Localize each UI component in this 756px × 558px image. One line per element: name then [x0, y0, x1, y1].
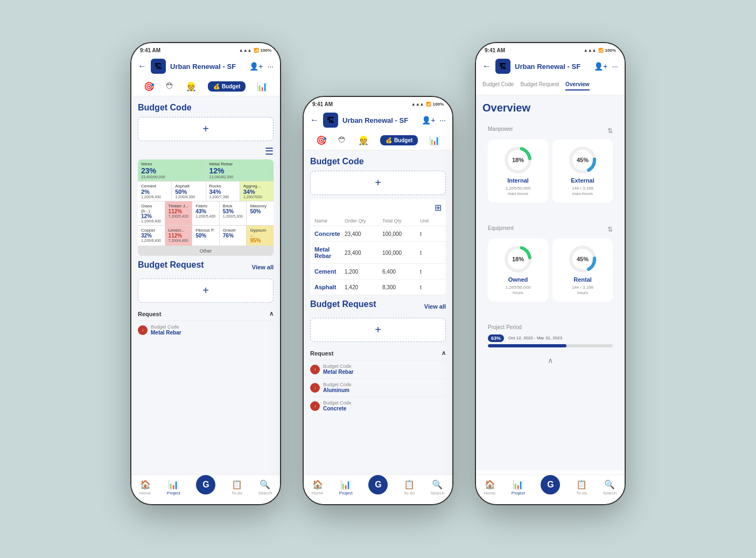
status-icons-left: ▲▲▲ 📶 100%: [239, 48, 271, 53]
tab-budget-request-right[interactable]: Budget Request: [520, 81, 559, 90]
nav-g-center[interactable]: G: [368, 479, 388, 496]
nav-project-left[interactable]: 📊 Project: [167, 479, 180, 496]
tab-safety-center[interactable]: ⛑: [338, 135, 347, 145]
request-item-3-center[interactable]: ↓ Budget Code Concrete: [310, 396, 446, 415]
nav-search-center[interactable]: 🔍 Search: [431, 479, 444, 496]
collapse-icon-left[interactable]: ∧: [269, 310, 274, 317]
treemap-cell-glass[interactable]: Glass (b...) 12% 1,200/6,400: [138, 201, 165, 225]
overview-title: Overview: [482, 102, 618, 114]
wires-val: 23,400/90,000: [141, 175, 202, 179]
person-add-icon-right[interactable]: 👤+: [594, 62, 607, 71]
back-button-right[interactable]: ←: [482, 61, 491, 71]
more-icon-left[interactable]: ···: [267, 62, 274, 71]
treemap-cell-aggreg[interactable]: Aggreg... 34% 1,200/7000: [240, 182, 274, 201]
nav-home-right[interactable]: 🏠 Home: [484, 479, 495, 496]
treemap-cell-brick[interactable]: Brick 53% 1,200/5,300: [220, 201, 247, 225]
nav-todo-left[interactable]: 📋 To-do: [232, 479, 242, 496]
nav-g-right[interactable]: G: [541, 479, 560, 496]
add-request-btn-left[interactable]: +: [138, 278, 274, 303]
person-add-icon-left[interactable]: 👤+: [249, 62, 263, 71]
treemap-cell-fibrous[interactable]: Fibrous P. 50%: [192, 226, 219, 246]
person-add-icon-center[interactable]: 👤+: [422, 116, 435, 124]
tab-team-center[interactable]: 👷: [358, 135, 369, 145]
g-button-left[interactable]: G: [196, 475, 215, 494]
treemap-cell-masonry[interactable]: Masonry 50%: [247, 201, 274, 225]
nav-search-right[interactable]: 🔍 Search: [603, 479, 617, 496]
tab-chart-center[interactable]: 📊: [429, 135, 440, 145]
request-item-1-center[interactable]: ↓ Budget Code Metal Rebar: [310, 360, 446, 378]
back-button-center[interactable]: ←: [310, 115, 319, 125]
request-item-2-center[interactable]: ↓ Budget Code Aluminum: [310, 378, 446, 396]
view-all-left[interactable]: View all: [252, 264, 274, 270]
sort-icon-manpower[interactable]: ⇅: [607, 127, 613, 135]
battery-icon-center: 100%: [433, 102, 444, 107]
nav-project-right[interactable]: 📊 Project: [512, 479, 525, 496]
add-request-btn-center[interactable]: +: [310, 318, 446, 342]
more-icon-center[interactable]: ···: [439, 116, 446, 124]
nav-project-center[interactable]: 📊 Project: [339, 479, 353, 496]
treemap-cell-fabric[interactable]: Fabric 43% 1,200/5,400: [192, 201, 219, 225]
treemap-cell-gravel[interactable]: Gravel 76%: [220, 226, 247, 246]
treemap-cell-rocks[interactable]: Rocks 34% 1,200/7,380: [206, 182, 240, 201]
header-actions-center: 👤+ ···: [422, 116, 446, 124]
treemap-row-1: Wires 23% 23,400/90,000 Metal Rebar 12% …: [138, 159, 274, 181]
treemap-cell-cement[interactable]: Cement 2% 1,200/6,400: [138, 182, 171, 201]
nav-todo-right[interactable]: 📋 To-do: [576, 479, 587, 496]
metalrebar-pct: 12%: [209, 166, 271, 175]
signal-icon-center: ▲▲▲: [411, 102, 424, 107]
rental-label: Rental: [573, 276, 592, 283]
request-label-center: Request: [310, 350, 333, 357]
g-button-right[interactable]: G: [541, 475, 560, 494]
nav-home-left[interactable]: 🏠 Home: [139, 479, 151, 496]
table-row-metalrebar[interactable]: Metal Rebar 23,400 100,000 t: [310, 242, 446, 264]
req-info-1-center: Budget Code Metal Rebar: [323, 364, 354, 375]
g-button-center[interactable]: G: [368, 475, 388, 494]
rocks-val: 1,200/7,380: [209, 195, 236, 199]
todo-label-right: To-do: [576, 491, 587, 496]
nav-todo-center[interactable]: 📋 To-do: [404, 479, 415, 496]
treemap-cell-metalrebar[interactable]: Metal Rebar 12% 12,040/82,300: [206, 159, 274, 181]
treemap-cell-gypsum[interactable]: Gypsum ... 95%: [247, 226, 274, 246]
fabric-pct: 43%: [195, 208, 216, 214]
table-row-cement[interactable]: Cement 1,200 6,400 t: [310, 264, 446, 280]
nav-g-left[interactable]: G: [196, 479, 215, 496]
tab-dashboard-center[interactable]: 🎯: [316, 135, 327, 145]
add-budget-code-btn-center[interactable]: +: [310, 171, 446, 195]
nav-home-center[interactable]: 🏠 Home: [312, 479, 323, 496]
request-item-1-left[interactable]: ↓ Budget Code Metal Rebar: [138, 320, 274, 339]
add-budget-code-btn-left[interactable]: +: [138, 117, 274, 141]
list-toggle-left[interactable]: ☰: [138, 145, 274, 157]
time-right: 9:41 AM: [485, 47, 505, 53]
collapse-icon-center[interactable]: ∧: [442, 350, 446, 357]
tab-dashboard-left[interactable]: 🎯: [144, 81, 155, 92]
app-title-left: Urban Renewal - SF: [170, 62, 245, 71]
treemap-cell-copper[interactable]: Copper 32% 1,200/6,400: [138, 226, 165, 246]
home-label-left: Home: [139, 491, 151, 496]
tab-chart-left[interactable]: 📊: [257, 81, 268, 92]
tab-overview-right[interactable]: Overview: [565, 81, 589, 90]
timber-val: 7,200/5,420: [169, 214, 189, 218]
budget-request-header-center: Budget Request View all: [310, 299, 446, 313]
back-button-left[interactable]: ←: [138, 61, 146, 71]
tab-budget-left[interactable]: 💰 Budget: [208, 81, 246, 92]
budget-request-title-left: Budget Request: [138, 260, 204, 270]
nav-search-left[interactable]: 🔍 Search: [258, 479, 272, 496]
tab-budget-code-right[interactable]: Budget Code: [482, 81, 514, 90]
tab-team-left[interactable]: 👷: [186, 81, 197, 92]
manpower-section: Manpower ⇅ 18% Internal: [482, 121, 618, 214]
brick-val: 1,200/5,300: [223, 214, 243, 218]
grid-view-icon-center[interactable]: ⊞: [435, 203, 442, 213]
more-icon-right[interactable]: ···: [612, 62, 618, 71]
copper-name: Copper: [141, 228, 162, 233]
table-row-concrete[interactable]: Concrete 23,400 100,000 t: [310, 226, 446, 242]
view-all-center[interactable]: View all: [424, 303, 446, 310]
tab-budget-center[interactable]: 💰 Budget: [380, 135, 418, 145]
treemap-cell-wires[interactable]: Wires 23% 23,400/90,000: [138, 159, 206, 181]
treemap-cell-asphalt[interactable]: Asphalt 50% 1,200/8,300: [172, 182, 205, 201]
sort-icon-equipment[interactable]: ⇅: [607, 226, 613, 233]
table-row-asphalt[interactable]: Asphalt 1,420 8,300 t: [310, 280, 446, 295]
expand-button-right[interactable]: ∧: [482, 353, 618, 368]
treemap-cell-timber[interactable]: Timber J... 112% 7,200/5,420: [165, 201, 192, 225]
treemap-cell-limecr[interactable]: Limecr... 112% 7,200/4,800: [165, 226, 192, 246]
tab-safety-left[interactable]: ⛑: [166, 81, 174, 92]
